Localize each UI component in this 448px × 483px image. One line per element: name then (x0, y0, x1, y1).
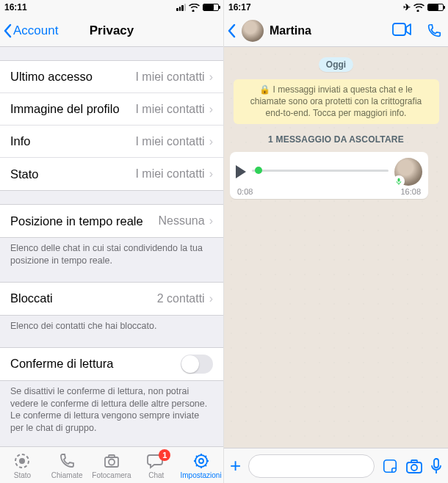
svg-rect-4 (109, 455, 115, 457)
svg-rect-10 (407, 462, 422, 473)
contact-name[interactable]: Martina (270, 24, 311, 37)
row-read-receipts[interactable]: Conferme di lettura (0, 348, 223, 380)
blocked-footer: Elenco dei contatti che hai bloccato. (0, 316, 223, 334)
chat-body[interactable]: Oggi 🔒 I messaggi inviati a questa chat … (224, 47, 448, 448)
live-location-footer: Elenco delle chat in cui stai condividen… (0, 238, 223, 269)
row-last-seen[interactable]: Ultimo accesso I miei contatti › (0, 61, 223, 93)
status-icon (12, 451, 32, 471)
row-value: I miei contatti (135, 70, 204, 84)
svg-rect-12 (411, 460, 417, 462)
back-button[interactable] (227, 23, 236, 38)
progress-dot (255, 167, 262, 174)
mic-icon (393, 175, 405, 187)
tab-label: Fotocamera (92, 471, 131, 479)
message-input[interactable] (248, 454, 375, 478)
tab-label: Chiamate (51, 471, 83, 479)
read-receipts-switch[interactable] (181, 355, 213, 374)
attach-button[interactable]: + (230, 454, 241, 477)
tab-status[interactable]: Stato (0, 447, 45, 483)
chevron-right-icon: › (209, 214, 213, 228)
camera-button[interactable] (405, 459, 423, 473)
tab-chats[interactable]: 1 Chat (134, 447, 178, 483)
nav-bar: Account Privacy (0, 15, 223, 47)
chat-nav-bar: Martina (224, 15, 448, 47)
battery-icon (427, 4, 444, 11)
phone-icon (57, 451, 76, 471)
svg-rect-9 (384, 460, 397, 472)
svg-point-3 (109, 459, 115, 465)
svg-point-11 (411, 465, 417, 471)
status-time: 16:17 (228, 2, 251, 12)
row-blocked[interactable]: Bloccati 2 contatti › (0, 283, 223, 315)
chat-screen: 16:17 ✈︎ Martina Oggi 🔒 I messaggi invia… (224, 0, 448, 483)
row-value: I miei contatti (135, 103, 204, 116)
tab-label: Stato (14, 471, 31, 479)
row-label: Info (10, 134, 31, 148)
mic-button[interactable] (430, 458, 442, 474)
chevron-right-icon: › (209, 167, 213, 181)
status-indicators (176, 4, 219, 12)
sticker-button[interactable] (382, 458, 398, 474)
wifi-icon (413, 4, 424, 12)
sticker-icon (382, 458, 398, 474)
svg-point-6 (199, 459, 203, 463)
svg-rect-13 (434, 459, 438, 468)
voice-call-button[interactable] (426, 23, 442, 39)
video-call-button[interactable] (392, 23, 411, 39)
back-label: Account (13, 23, 58, 38)
signal-icon (176, 4, 186, 11)
blocked-group: Bloccati 2 contatti › (0, 282, 223, 316)
gear-icon (192, 451, 211, 471)
chevron-right-icon: › (209, 292, 213, 305)
contact-avatar[interactable] (242, 20, 264, 42)
row-status[interactable]: Stato I miei contatti › (0, 158, 223, 190)
live-location-group: Posizione in tempo reale Nessuna › (0, 204, 223, 238)
row-live-location[interactable]: Posizione in tempo reale Nessuna › (0, 205, 223, 237)
chevron-left-icon (3, 23, 12, 38)
row-value: 2 contatti (157, 292, 205, 305)
row-label: Stato (10, 167, 39, 181)
play-button[interactable] (236, 165, 246, 178)
status-indicators: ✈︎ (403, 2, 444, 12)
settings-list[interactable]: Ultimo accesso I miei contatti › Immagin… (0, 47, 223, 446)
row-label: Conferme di lettura (10, 357, 113, 371)
unread-separator: 1 MESSAGGIO DA ASCOLTARE (268, 134, 404, 145)
battery-icon (203, 4, 219, 11)
mic-icon (430, 458, 442, 474)
row-profile-photo[interactable]: Immagine del profilo I miei contatti › (0, 93, 223, 126)
camera-icon (405, 459, 423, 473)
chat-badge: 1 (159, 449, 170, 461)
back-button[interactable]: Account (0, 23, 58, 38)
row-label: Immagine del profilo (10, 102, 120, 116)
airplane-icon: ✈︎ (403, 2, 411, 12)
row-info[interactable]: Info I miei contatti › (0, 126, 223, 158)
chevron-right-icon: › (209, 70, 213, 84)
status-time: 16:11 (4, 2, 27, 12)
tab-settings[interactable]: Impostazioni (178, 447, 223, 483)
tab-camera[interactable]: Fotocamera (90, 447, 134, 483)
camera-icon (102, 451, 121, 471)
tab-calls[interactable]: Chiamate (45, 447, 90, 483)
message-time: 16:08 (400, 187, 421, 196)
row-value: I miei contatti (135, 135, 204, 148)
chevron-right-icon: › (209, 103, 213, 116)
privacy-settings-screen: 16:11 Account Privacy Ultimo accesso I m… (0, 0, 224, 483)
chevron-left-icon (227, 23, 236, 38)
status-bar: 16:11 (0, 0, 223, 15)
read-receipts-footer: Se disattivi le conferme di lettura, non… (0, 381, 223, 437)
voice-progress[interactable] (252, 162, 389, 181)
read-receipts-group: Conferme di lettura (0, 347, 223, 381)
svg-point-1 (19, 458, 25, 464)
sender-avatar (394, 158, 422, 186)
visibility-group: Ultimo accesso I miei contatti › Immagin… (0, 60, 223, 191)
date-separator: Oggi (319, 57, 353, 72)
row-value: Nessuna (159, 214, 205, 228)
row-label: Ultimo accesso (10, 70, 93, 84)
row-label: Bloccati (10, 291, 53, 305)
phone-icon (426, 23, 442, 39)
tab-bar: Stato Chiamate Fotocamera 1 Chat Imposta… (0, 446, 223, 483)
voice-duration: 0:08 (237, 187, 253, 196)
voice-message-bubble[interactable]: 0:08 16:08 (230, 152, 428, 199)
encryption-notice[interactable]: 🔒 I messaggi inviati a questa chat e le … (234, 79, 439, 124)
video-icon (392, 23, 411, 36)
